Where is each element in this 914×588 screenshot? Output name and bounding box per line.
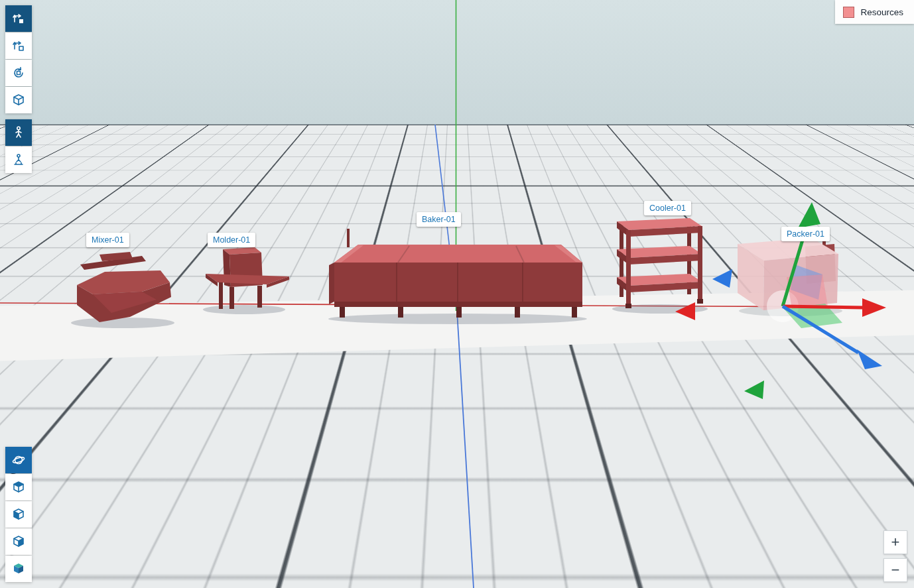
gizmo-y-secondary-arrowhead[interactable] (744, 381, 764, 399)
toolbar-manipulation (5, 5, 32, 173)
toolbar-view (5, 447, 32, 582)
person-tool-icon (11, 125, 26, 140)
rotate-tool-button[interactable] (5, 60, 32, 86)
move-copy-tool-icon (11, 38, 26, 53)
resources-legend-label: Resources (860, 7, 903, 17)
zoom-controls: + − (883, 530, 907, 582)
gizmo-plane-xz[interactable] (787, 274, 828, 309)
3d-scene-viewport[interactable]: Mixer-01 Molder-01 Baker-01 Cooler-01 Pa… (0, 0, 914, 588)
zoom-out-button[interactable]: − (883, 558, 907, 582)
cube-shaded-view-button[interactable] (5, 556, 32, 582)
orbit-view-icon (11, 453, 26, 467)
resources-swatch (843, 7, 854, 18)
machine-label-baker[interactable]: Baker-01 (417, 212, 461, 227)
cube-side-view-icon (11, 507, 26, 522)
rotate-tool-icon (11, 66, 26, 80)
gizmo-x-negative-arrowhead[interactable] (675, 302, 695, 320)
move-copy-tool-button[interactable] (5, 32, 32, 59)
cube-shaded-view-icon (11, 561, 26, 576)
move-tool-button[interactable] (5, 5, 32, 32)
orbit-view-button[interactable] (5, 447, 32, 473)
gizmo-z-negative-arrowhead[interactable] (712, 269, 732, 288)
machine-label-molder[interactable]: Molder-01 (208, 233, 255, 247)
zoom-in-button[interactable]: + (883, 530, 907, 554)
scale-tool-button[interactable] (5, 87, 32, 113)
robot-tool-button[interactable] (5, 147, 32, 173)
gizmo-z-arrowhead[interactable] (857, 349, 882, 369)
machine-label-cooler[interactable]: Cooler-01 (644, 201, 691, 215)
cube-iso-view-button[interactable] (5, 528, 32, 555)
cube-side-view-button[interactable] (5, 501, 32, 528)
machine-label-packer[interactable]: Packer-01 (781, 227, 830, 241)
scale-tool-icon (11, 93, 26, 107)
machine-label-mixer[interactable]: Mixer-01 (86, 233, 129, 247)
move-tool-icon (11, 11, 26, 26)
gizmo-x-arrowhead[interactable] (862, 298, 886, 317)
cube-top-view-icon (11, 480, 26, 495)
robot-tool-icon (11, 152, 26, 167)
transform-gizmo[interactable] (0, 0, 914, 588)
cube-iso-view-icon (11, 534, 26, 549)
resources-legend: Resources (835, 0, 914, 24)
cube-top-view-button[interactable] (5, 474, 32, 500)
gizmo-x-axis[interactable] (783, 306, 864, 308)
person-tool-button[interactable] (5, 119, 32, 146)
gizmo-y-arrowhead[interactable] (798, 202, 820, 228)
